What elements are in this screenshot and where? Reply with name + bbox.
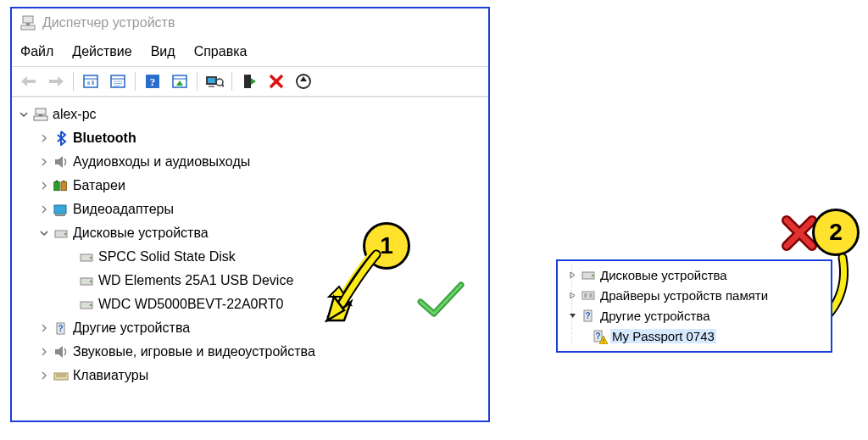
unknown-device-icon: ? bbox=[580, 308, 597, 323]
disk-drive-icon bbox=[53, 226, 70, 241]
chevron-right-icon[interactable] bbox=[37, 205, 51, 214]
tree-item-audio-io[interactable]: Аудиовходы и аудиовыходы bbox=[15, 150, 485, 174]
help-button[interactable]: ? bbox=[141, 70, 164, 92]
tree-root[interactable]: alex-pc bbox=[15, 103, 485, 126]
svg-rect-2 bbox=[21, 25, 35, 30]
chevron-right-icon[interactable] bbox=[37, 181, 51, 190]
properties-button[interactable] bbox=[106, 70, 130, 92]
inset-label: Другие устройства bbox=[600, 309, 709, 323]
svg-rect-34 bbox=[54, 181, 59, 190]
svg-line-23 bbox=[222, 85, 224, 86]
svg-rect-0 bbox=[23, 16, 33, 23]
inset-item-other[interactable]: ? Другие устройства bbox=[561, 305, 827, 326]
chevron-right-icon[interactable] bbox=[37, 324, 51, 332]
chevron-right-icon[interactable] bbox=[37, 134, 51, 142]
tree-item-disk-spcc[interactable]: · SPCC Solid State Disk bbox=[15, 245, 485, 269]
unknown-device-icon: ? bbox=[53, 320, 70, 336]
cat-label: Дисковые устройства bbox=[73, 226, 209, 241]
tree-item-disk-wd-elements[interactable]: · WD Elements 25A1 USB Device bbox=[15, 269, 485, 292]
unknown-device-warning-icon: ? ! bbox=[590, 328, 607, 343]
badge-number: 2 bbox=[829, 219, 843, 246]
nav-back-button[interactable] bbox=[17, 70, 41, 92]
bluetooth-icon bbox=[53, 131, 70, 146]
expand-down-icon[interactable] bbox=[566, 312, 578, 320]
titlebar: Диспетчер устройств bbox=[12, 8, 488, 37]
svg-text:?: ? bbox=[585, 311, 590, 320]
svg-text:?: ? bbox=[150, 75, 156, 88]
svg-rect-32 bbox=[34, 116, 47, 120]
tree-item-sound[interactable]: Звуковые, игровые и видеоустройства bbox=[15, 340, 485, 364]
cat-label: Клавиатуры bbox=[73, 368, 148, 383]
tree-item-disks[interactable]: Дисковые устройства bbox=[15, 221, 485, 245]
cat-label: Bluetooth bbox=[73, 131, 136, 146]
tree-item-display[interactable]: Видеоадаптеры bbox=[15, 198, 485, 221]
menu-file[interactable]: Файл bbox=[20, 44, 53, 59]
disk-drive-icon bbox=[78, 297, 95, 312]
device-label: WD Elements 25A1 USB Device bbox=[98, 273, 293, 288]
memory-driver-icon bbox=[580, 287, 597, 303]
update-driver-button[interactable] bbox=[292, 70, 315, 92]
chevron-right-icon[interactable] bbox=[37, 348, 51, 356]
cat-label: Аудиовходы и аудиовыходы bbox=[73, 154, 250, 170]
show-hidden-button[interactable] bbox=[79, 70, 103, 92]
device-label: SPCC Solid State Disk bbox=[98, 249, 236, 265]
chevron-down-icon[interactable] bbox=[17, 110, 31, 119]
display-adapter-icon bbox=[53, 202, 70, 217]
svg-point-22 bbox=[216, 79, 223, 86]
nav-forward-button[interactable] bbox=[44, 70, 68, 92]
expand-right-icon[interactable] bbox=[566, 292, 578, 299]
menu-help[interactable]: Справка bbox=[194, 44, 248, 59]
scan-hardware-button[interactable] bbox=[203, 70, 226, 92]
tree-guide-line bbox=[571, 265, 572, 346]
device-label: WDC WD5000BEVT-22A0RT0 bbox=[98, 297, 283, 312]
tree-item-other[interactable]: ? Другие устройства bbox=[15, 316, 485, 340]
svg-rect-8 bbox=[92, 81, 94, 85]
svg-rect-21 bbox=[209, 86, 214, 87]
svg-marker-25 bbox=[251, 78, 256, 85]
callout-badge-2: 2 bbox=[812, 209, 860, 256]
inset-item-disks[interactable]: Дисковые устройства bbox=[561, 265, 827, 285]
chevron-right-icon[interactable] bbox=[37, 371, 51, 380]
chevron-down-icon[interactable] bbox=[37, 229, 51, 237]
svg-text:!: ! bbox=[603, 338, 604, 344]
inset-tree[interactable]: Дисковые устройства Драйверы устройств п… bbox=[561, 265, 827, 346]
inset-item-memdrv[interactable]: Драйверы устройств памяти bbox=[561, 285, 827, 305]
inset-item-passport[interactable]: ? ! My Passport 0743 bbox=[561, 326, 827, 346]
window-title: Диспетчер устройств bbox=[42, 15, 175, 31]
cat-label: Другие устройства bbox=[73, 320, 190, 336]
speaker-icon bbox=[53, 344, 70, 359]
speaker-icon bbox=[53, 154, 70, 170]
enable-device-button[interactable] bbox=[237, 70, 261, 92]
menu-view[interactable]: Вид bbox=[151, 44, 175, 59]
svg-rect-35 bbox=[56, 181, 58, 182]
svg-rect-69 bbox=[584, 293, 587, 298]
tree-item-disk-wdc[interactable]: · WDC WD5000BEVT-22A0RT0 bbox=[15, 292, 485, 316]
tree-item-bluetooth[interactable]: Bluetooth bbox=[15, 126, 485, 150]
toolbar-separator bbox=[73, 72, 74, 91]
checkmark-icon bbox=[415, 280, 466, 322]
svg-point-47 bbox=[90, 304, 92, 306]
disk-drive-icon bbox=[580, 267, 597, 282]
svg-marker-3 bbox=[21, 76, 36, 86]
svg-rect-39 bbox=[55, 214, 65, 216]
inset-label: Дисковые устройства bbox=[600, 268, 727, 282]
battery-icon bbox=[53, 178, 70, 193]
svg-rect-70 bbox=[589, 293, 593, 298]
svg-marker-50 bbox=[55, 346, 63, 358]
tree-item-batteries[interactable]: Батареи bbox=[15, 174, 485, 198]
menubar: Файл Действие Вид Справка bbox=[12, 37, 488, 66]
callout-badge-1: 1 bbox=[363, 222, 410, 270]
chevron-right-icon[interactable] bbox=[37, 158, 51, 166]
expand-right-icon[interactable] bbox=[566, 271, 578, 279]
inset-selected-label: My Passport 0743 bbox=[610, 329, 716, 343]
action-button[interactable] bbox=[168, 70, 192, 92]
menu-action[interactable]: Действие bbox=[72, 44, 131, 59]
uninstall-device-button[interactable] bbox=[264, 70, 288, 92]
tree-item-keyboards[interactable]: Клавиатуры bbox=[15, 364, 485, 387]
svg-rect-38 bbox=[54, 205, 66, 214]
svg-marker-33 bbox=[55, 156, 63, 168]
device-tree[interactable]: alex-pc Bluetooth Аудиовходы и аудиовыхо… bbox=[12, 97, 488, 393]
root-label: alex-pc bbox=[53, 107, 97, 122]
badge-number: 1 bbox=[380, 232, 393, 259]
cat-label: Звуковые, игровые и видеоустройства bbox=[73, 344, 315, 359]
